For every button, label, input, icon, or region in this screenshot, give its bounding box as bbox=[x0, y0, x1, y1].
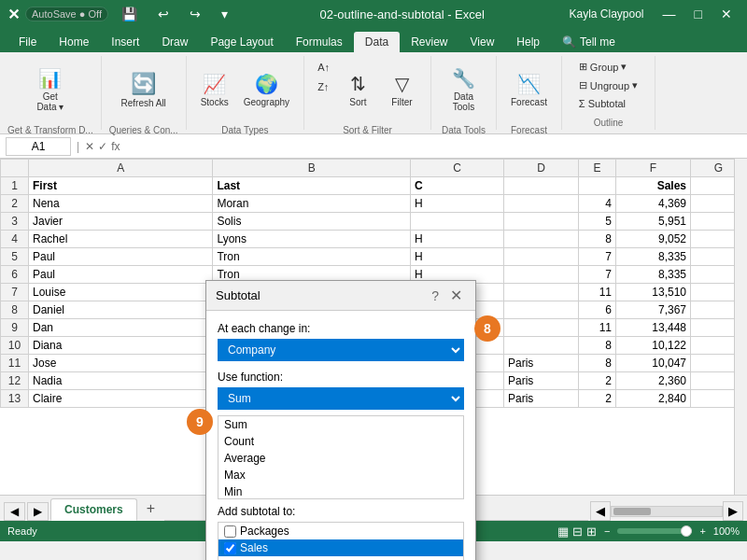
ribbon: 📊 GetData ▾ Get & Transform D... 🔄 Refre… bbox=[0, 52, 747, 134]
ungroup-icon: ⊟ bbox=[579, 79, 587, 91]
group-btn[interactable]: ⊞ Group ▾ bbox=[573, 58, 643, 76]
dialog-close-btn[interactable]: ✕ bbox=[446, 287, 466, 304]
tab-review[interactable]: Review bbox=[400, 32, 458, 52]
insert-function-icon[interactable]: fx bbox=[111, 140, 120, 153]
sort-za-btn[interactable]: Z↑ bbox=[312, 77, 335, 96]
step-badge-9: 9 bbox=[187, 409, 213, 435]
step-badge-8: 8 bbox=[474, 315, 500, 342]
autosave-toggle[interactable]: AutoSave ● Off bbox=[25, 7, 108, 21]
sort-az-btn[interactable]: A↑ bbox=[312, 58, 335, 77]
function-listbox[interactable]: Sum Count Average Max Min Product bbox=[218, 415, 464, 499]
geography-icon: 🌍 bbox=[255, 73, 278, 95]
refresh-all-btn[interactable]: 🔄 Refresh All bbox=[114, 58, 172, 121]
ribbon-group-outline: ⊞ Group ▾ ⊟ Ungroup ▾ Σ Subtotal Outline bbox=[562, 56, 655, 130]
sort-az-za: A↑ Z↑ bbox=[312, 58, 335, 96]
ungroup-btn[interactable]: ⊟ Ungroup ▾ bbox=[573, 77, 643, 94]
dialog-title-bar: Subtotal ? ✕ bbox=[206, 281, 475, 311]
packages-label: Packages bbox=[240, 525, 289, 538]
subtotal-dialog: Subtotal ? ✕ At each change in: Company … bbox=[205, 280, 476, 560]
user-name: Kayla Claypool bbox=[569, 7, 643, 21]
filter-btn[interactable]: ▽ Filter bbox=[381, 58, 423, 121]
redo-btn[interactable]: ↪ bbox=[182, 5, 208, 23]
subtotal-btn[interactable]: Σ Subtotal bbox=[573, 95, 643, 112]
tab-view[interactable]: View bbox=[459, 32, 506, 52]
undo-btn[interactable]: ↩ bbox=[150, 5, 176, 23]
refresh-icon: 🔄 bbox=[131, 72, 156, 96]
outline-buttons: ⊞ Group ▾ ⊟ Ungroup ▾ Σ Subtotal bbox=[573, 58, 643, 112]
excel-logo: ✕ bbox=[7, 6, 20, 23]
subtotal-label: Subtotal bbox=[588, 98, 626, 109]
packages-checkbox[interactable] bbox=[224, 525, 236, 538]
customize-qat-btn[interactable]: ▾ bbox=[214, 5, 235, 23]
refresh-label: Refresh All bbox=[120, 98, 165, 108]
name-box[interactable] bbox=[6, 137, 71, 156]
add-subtotal-label: Add subtotal to: bbox=[218, 505, 464, 518]
listbox-sum[interactable]: Sum bbox=[218, 416, 463, 433]
minimize-btn[interactable]: — bbox=[655, 5, 684, 23]
sort-az-icon: A↑ bbox=[317, 62, 330, 73]
tab-help[interactable]: Help bbox=[505, 32, 551, 52]
tab-home[interactable]: Home bbox=[48, 32, 100, 52]
subtotal-icon: Σ bbox=[579, 98, 585, 109]
dialog-help-icon[interactable]: ? bbox=[431, 288, 439, 303]
ribbon-group-forecast: 📉 Forecast Forecast bbox=[497, 56, 562, 130]
title-bar-left: ✕ AutoSave ● Off 💾 ↩ ↪ ▾ bbox=[7, 5, 235, 23]
get-data-btn[interactable]: 📊 GetData ▾ bbox=[30, 58, 70, 121]
data-types-label: Data Types bbox=[221, 121, 268, 135]
close-btn[interactable]: ✕ bbox=[713, 5, 740, 23]
stocks-btn[interactable]: 📈 Stocks bbox=[194, 58, 235, 121]
sort-btn[interactable]: ⇅ Sort bbox=[337, 58, 379, 121]
use-function-label: Use function: bbox=[218, 371, 464, 384]
title-bar-right: Kayla Claypool — □ ✕ bbox=[569, 5, 740, 23]
formula-bar: | ✕ ✓ fx bbox=[0, 134, 747, 159]
tab-data[interactable]: Data bbox=[354, 32, 400, 52]
forecast-group-label: Forecast bbox=[511, 121, 547, 135]
sales-checkbox[interactable] bbox=[224, 542, 236, 554]
dialog-title: Subtotal bbox=[216, 288, 261, 302]
ribbon-group-data-types: 📈 Stocks 🌍 Geography Data Types bbox=[187, 56, 305, 130]
tab-page-layout[interactable]: Page Layout bbox=[199, 32, 284, 52]
forecast-btn[interactable]: 📉 Forecast bbox=[504, 58, 554, 121]
data-tools-btn[interactable]: 🔧 DataTools bbox=[444, 58, 482, 121]
tab-insert[interactable]: Insert bbox=[100, 32, 150, 52]
at-each-change-label: At each change in: bbox=[218, 322, 464, 335]
listbox-count[interactable]: Count bbox=[218, 433, 463, 450]
tab-formulas[interactable]: Formulas bbox=[285, 32, 354, 52]
group-icon: ⊞ bbox=[579, 61, 587, 73]
formula-input[interactable] bbox=[125, 140, 741, 153]
dialog-body: At each change in: Company Use function:… bbox=[206, 311, 475, 560]
save-btn[interactable]: 💾 bbox=[114, 5, 145, 23]
filter-label: Filter bbox=[391, 97, 412, 107]
use-function-select[interactable]: Sum bbox=[218, 387, 464, 410]
window-title: 02-outline-and-subtotal - Excel bbox=[235, 7, 570, 21]
sales-checkbox-item[interactable]: Sales bbox=[218, 539, 463, 556]
sort-filter-label: Sort & Filter bbox=[343, 121, 392, 135]
ribbon-group-queries: 🔄 Refresh All Queries & Con... bbox=[102, 56, 187, 130]
get-data-icon: 📊 bbox=[38, 67, 62, 90]
autosave-off: Off bbox=[88, 8, 101, 20]
use-function-container: Sum bbox=[218, 387, 464, 410]
cancel-formula-icon[interactable]: ✕ bbox=[85, 140, 94, 153]
maximize-btn[interactable]: □ bbox=[687, 5, 710, 23]
geography-label: Geography bbox=[244, 97, 289, 107]
geography-btn[interactable]: 🌍 Geography bbox=[237, 58, 296, 121]
listbox-min[interactable]: Min bbox=[218, 483, 463, 499]
listbox-max[interactable]: Max bbox=[218, 467, 463, 483]
sort-label: Sort bbox=[349, 97, 366, 107]
dialog-title-controls: ? ✕ bbox=[431, 287, 466, 304]
confirm-formula-icon[interactable]: ✓ bbox=[98, 140, 107, 153]
tab-draw[interactable]: Draw bbox=[150, 32, 199, 52]
forecast-label: Forecast bbox=[511, 97, 547, 107]
listbox-average[interactable]: Average bbox=[218, 450, 463, 467]
tab-file[interactable]: File bbox=[7, 32, 48, 52]
tab-tell-me[interactable]: 🔍 Tell me bbox=[551, 32, 627, 52]
sort-icon: ⇅ bbox=[350, 73, 366, 95]
at-each-change-select[interactable]: Company bbox=[218, 339, 464, 361]
autosave-state: ● bbox=[79, 8, 89, 20]
packages-checkbox-item[interactable]: Packages bbox=[218, 523, 463, 539]
get-transform-label: Get & Transform D... bbox=[7, 121, 93, 135]
stocks-icon: 📈 bbox=[203, 73, 226, 95]
get-data-section: 📊 GetData ▾ bbox=[30, 58, 70, 121]
get-data-label: GetData ▾ bbox=[36, 91, 63, 112]
ribbon-group-get-transform: 📊 GetData ▾ Get & Transform D... bbox=[0, 56, 102, 130]
